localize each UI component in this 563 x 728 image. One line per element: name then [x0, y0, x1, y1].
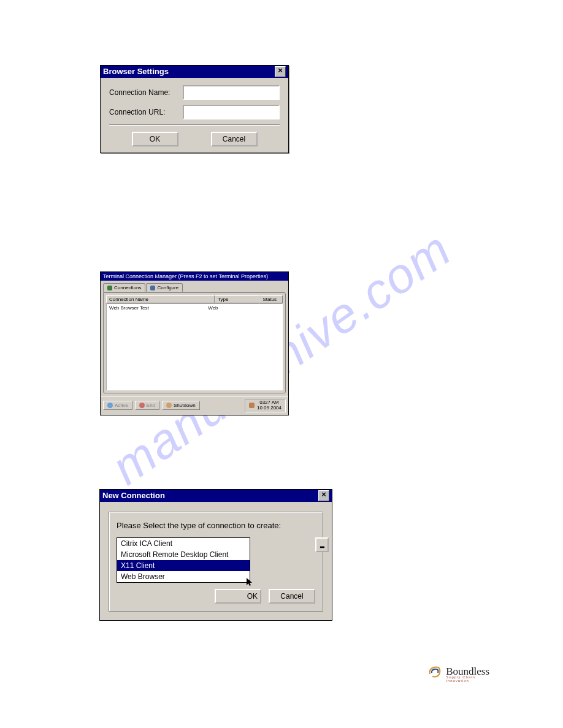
brand-logo: Boundless Supply Chain Innovation: [427, 664, 489, 679]
option-ms-rdp[interactable]: Microsoft Remote Desktop Client: [117, 549, 250, 560]
close-icon[interactable]: ×: [318, 490, 329, 501]
dropdown-list[interactable]: Citrix ICA Client Microsoft Remote Deskt…: [117, 537, 250, 583]
footer-toolbar: Active End Shutdown 0327 AM 10 09 2004: [101, 396, 288, 415]
tab-connections-label: Connections: [114, 285, 141, 290]
dialog-titlebar: Browser Settings ×: [101, 66, 288, 78]
svg-marker-1: [247, 578, 252, 586]
globe-icon: [107, 403, 113, 408]
stop-icon: [139, 403, 145, 408]
end-label: End: [147, 403, 155, 408]
new-connection-dialog: New Connection × Please Select the type …: [99, 489, 332, 621]
connection-name-label: Connection Name:: [109, 88, 183, 97]
tab-connections[interactable]: Connections: [103, 283, 145, 292]
col-type[interactable]: Type: [215, 295, 259, 303]
option-x11[interactable]: X11 Client: [117, 560, 250, 571]
shutdown-button[interactable]: Shutdown: [162, 401, 200, 410]
clock-panel: 0327 AM 10 09 2004: [245, 399, 286, 412]
cursor-icon: [247, 578, 254, 588]
clock-date: 10 09 2004: [257, 406, 282, 411]
clock-icon: [249, 403, 255, 408]
tab-configure[interactable]: Configure: [146, 283, 183, 292]
col-connection-name[interactable]: Connection Name: [106, 295, 215, 303]
option-web-browser[interactable]: Web Browser: [117, 571, 250, 582]
terminal-connection-manager-window: Terminal Connection Manager (Press F2 to…: [100, 271, 289, 415]
list-header: Connection Name Type Status: [106, 295, 283, 303]
close-icon[interactable]: ×: [275, 66, 286, 77]
tab-configure-label: Configure: [157, 285, 178, 290]
connection-url-input[interactable]: [183, 105, 280, 119]
dialog-title: Browser Settings: [103, 66, 169, 78]
swirl-icon: [427, 664, 442, 679]
brand-tagline: Supply Chain Innovation: [446, 675, 489, 683]
connection-url-label: Connection URL:: [109, 108, 183, 116]
col-status[interactable]: Status: [259, 295, 283, 303]
ok-button[interactable]: OK: [215, 589, 261, 604]
prompt-text: Please Select the type of connection to …: [117, 521, 315, 530]
list-item[interactable]: Web Browser Test Web: [107, 304, 282, 312]
option-citrix[interactable]: Citrix ICA Client: [117, 538, 250, 549]
browser-settings-dialog: Browser Settings × Connection Name: Conn…: [100, 65, 289, 153]
power-icon: [166, 403, 172, 408]
window-title: Terminal Connection Manager (Press F2 to…: [101, 272, 288, 281]
row-status: [245, 305, 280, 311]
row-type: Web: [208, 305, 245, 311]
dialog-titlebar: New Connection ×: [100, 490, 332, 502]
connection-type-dropdown[interactable]: ▂ Citrix ICA Client Microsoft Remote Des…: [117, 537, 250, 583]
active-label: Active: [115, 403, 128, 408]
active-button[interactable]: Active: [103, 401, 132, 410]
shutdown-label: Shutdown: [174, 403, 196, 408]
cancel-button[interactable]: Cancel: [269, 589, 315, 604]
cancel-button[interactable]: Cancel: [211, 132, 258, 146]
ok-button[interactable]: OK: [132, 132, 178, 146]
dialog-title: New Connection: [102, 490, 165, 502]
connection-name-input[interactable]: [183, 85, 280, 100]
connection-list[interactable]: Web Browser Test Web: [106, 303, 283, 390]
end-button[interactable]: End: [135, 401, 159, 410]
chevron-down-icon[interactable]: ▂: [315, 537, 329, 552]
row-name: Web Browser Test: [109, 305, 208, 311]
